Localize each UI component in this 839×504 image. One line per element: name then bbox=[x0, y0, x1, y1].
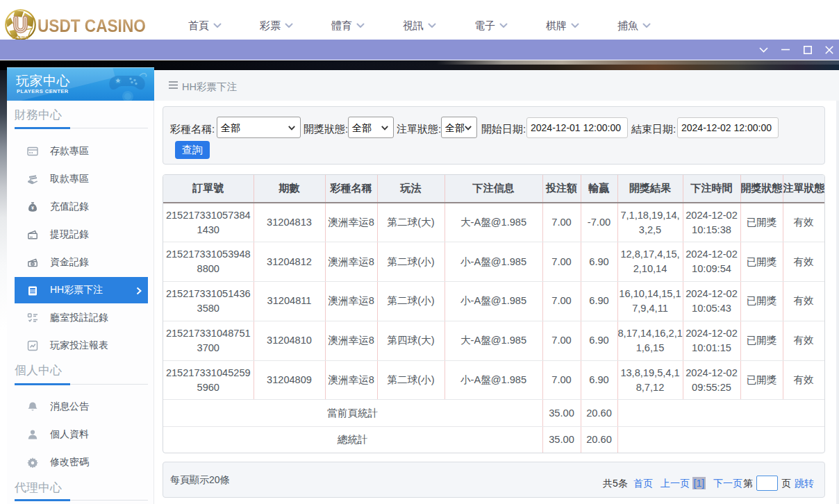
svg-text:¥: ¥ bbox=[31, 205, 34, 210]
